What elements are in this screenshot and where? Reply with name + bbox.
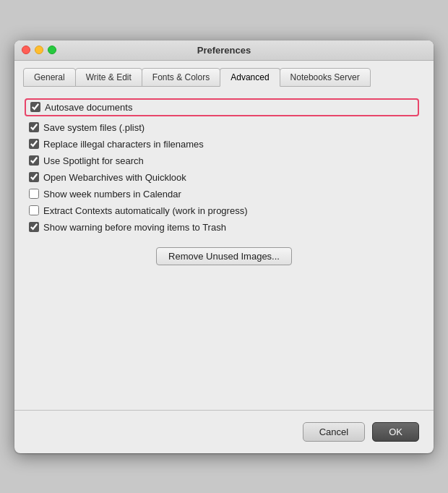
maximize-button[interactable] [48, 46, 56, 54]
checkbox-list: Autosave documents Save system files (.p… [29, 98, 419, 233]
close-button[interactable] [22, 46, 30, 54]
footer: Cancel OK [14, 410, 434, 453]
replace-illegal-label[interactable]: Replace illegal characters in filenames [43, 139, 204, 150]
traffic-lights [22, 46, 56, 54]
show-week-label[interactable]: Show week numbers in Calendar [43, 189, 181, 200]
extract-contexts-checkbox[interactable] [29, 205, 39, 215]
save-system-checkbox[interactable] [29, 122, 39, 132]
remove-unused-row: Remove Unused Images... [29, 247, 419, 265]
show-week-checkbox[interactable] [29, 189, 39, 199]
open-webarchives-label[interactable]: Open Webarchives with Quicklook [43, 172, 186, 183]
tab-general[interactable]: General [23, 68, 76, 87]
checkbox-item-autosave: Autosave documents [25, 98, 419, 116]
ok-button[interactable]: OK [372, 422, 419, 442]
show-warning-checkbox[interactable] [29, 222, 39, 232]
tab-advanced[interactable]: Advanced [220, 68, 280, 87]
use-spotlight-checkbox[interactable] [29, 155, 39, 166]
content-area: Autosave documents Save system files (.p… [14, 87, 434, 280]
titlebar: Preferences [14, 40, 434, 61]
checkbox-item-show-warning: Show warning before moving items to Tras… [29, 222, 419, 233]
tab-write-edit[interactable]: Write & Edit [75, 68, 142, 87]
open-webarchives-checkbox[interactable] [29, 172, 39, 182]
window-title: Preferences [197, 45, 251, 56]
checkbox-item-show-week: Show week numbers in Calendar [29, 189, 419, 200]
preferences-window: Preferences General Write & Edit Fonts &… [14, 40, 434, 453]
show-warning-label[interactable]: Show warning before moving items to Tras… [43, 222, 226, 233]
autosave-checkbox[interactable] [30, 102, 40, 112]
minimize-button[interactable] [35, 46, 43, 54]
checkbox-item-use-spotlight: Use Spotlight for search [29, 155, 419, 166]
use-spotlight-label[interactable]: Use Spotlight for search [43, 155, 144, 166]
cancel-button[interactable]: Cancel [303, 422, 365, 442]
replace-illegal-checkbox[interactable] [29, 139, 39, 149]
checkbox-item-save-system: Save system files (.plist) [29, 122, 419, 133]
checkbox-item-open-webarchives: Open Webarchives with Quicklook [29, 172, 419, 183]
tab-bar: General Write & Edit Fonts & Colors Adva… [14, 61, 434, 87]
save-system-label[interactable]: Save system files (.plist) [43, 122, 145, 133]
tab-fonts-colors[interactable]: Fonts & Colors [142, 68, 220, 87]
checkbox-item-extract-contexts: Extract Contexts automatically (work in … [29, 205, 419, 216]
checkbox-item-replace-illegal: Replace illegal characters in filenames [29, 139, 419, 150]
remove-unused-button[interactable]: Remove Unused Images... [156, 247, 292, 265]
autosave-label[interactable]: Autosave documents [45, 102, 132, 113]
tab-notebooks-server[interactable]: Notebooks Server [280, 68, 371, 87]
extract-contexts-label[interactable]: Extract Contexts automatically (work in … [43, 205, 247, 216]
